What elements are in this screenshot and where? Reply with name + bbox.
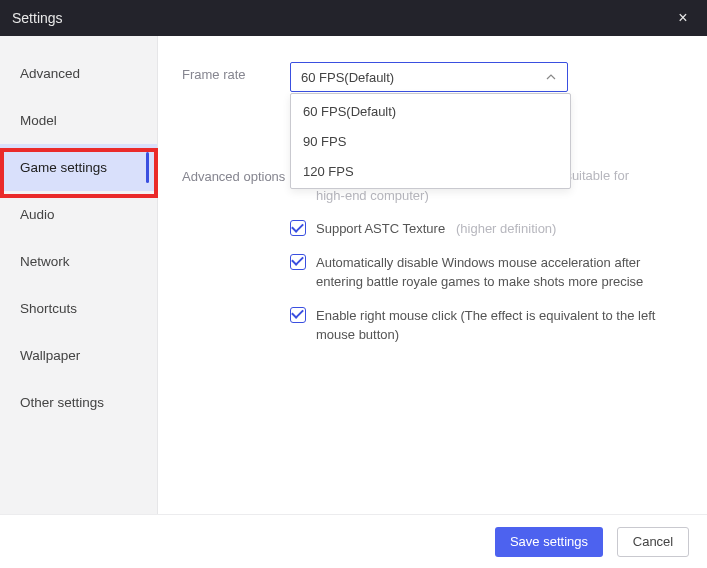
sidebar-item-label: Other settings [20,395,104,410]
checkbox-astc[interactable] [290,220,306,236]
option-label: Automatically disable Windows mouse acce… [316,253,683,292]
content: Frame rate 60 FPS(Default) 60 FPS(Defaul… [158,36,707,514]
option-label: Enable right mouse click (The effect is … [316,306,683,345]
sidebar-item-wallpaper[interactable]: Wallpaper [0,332,157,379]
frame-rate-option-120[interactable]: 120 FPS [291,156,570,186]
sidebar-item-model[interactable]: Model [0,97,157,144]
option-astc: Support ASTC Texture (higher definition) [290,219,683,239]
frame-rate-label: Frame rate [182,62,290,84]
dropdown-item-label: 90 FPS [303,134,346,149]
sidebar-item-audio[interactable]: Audio [0,191,157,238]
highlight-box [0,148,158,198]
frame-rate-option-90[interactable]: 90 FPS [291,126,570,156]
dropdown-item-label: 120 FPS [303,164,354,179]
chevron-up-icon [545,71,557,83]
option-label: Support ASTC Texture [316,221,445,236]
checkbox-mouse-accel[interactable] [290,254,306,270]
sidebar-item-label: Advanced [20,66,80,81]
option-mouse-accel: Automatically disable Windows mouse acce… [290,253,683,292]
sidebar-item-label: Audio [20,207,55,222]
sidebar-item-label: Network [20,254,70,269]
close-icon[interactable]: × [671,9,695,27]
frame-rate-select[interactable]: 60 FPS(Default) [290,62,568,92]
frame-rate-selected: 60 FPS(Default) [301,70,545,85]
sidebar-item-advanced[interactable]: Advanced [0,50,157,97]
sidebar-item-label: Shortcuts [20,301,77,316]
window-title: Settings [12,10,671,26]
frame-rate-option-60[interactable]: 60 FPS(Default) [291,96,570,126]
dropdown-item-label: 60 FPS(Default) [303,104,396,119]
frame-rate-dropdown: 60 FPS(Default) 90 FPS 120 FPS [290,93,571,189]
save-button[interactable]: Save settings [495,527,603,557]
button-label: Cancel [633,534,673,549]
sidebar-item-other-settings[interactable]: Other settings [0,379,157,426]
sidebar-item-shortcuts[interactable]: Shortcuts [0,285,157,332]
option-right-click: Enable right mouse click (The effect is … [290,306,683,345]
sidebar-item-label: Model [20,113,57,128]
titlebar: Settings × [0,0,707,36]
checkbox-right-click[interactable] [290,307,306,323]
cancel-button[interactable]: Cancel [617,527,689,557]
advanced-options-label: Advanced options [182,164,290,186]
sidebar-item-label: Wallpaper [20,348,80,363]
option-hint: (higher definition) [456,221,556,236]
sidebar: Advanced Model Game settings Audio Netwo… [0,36,158,514]
sidebar-item-network[interactable]: Network [0,238,157,285]
button-label: Save settings [510,534,588,549]
footer: Save settings Cancel [0,514,707,568]
